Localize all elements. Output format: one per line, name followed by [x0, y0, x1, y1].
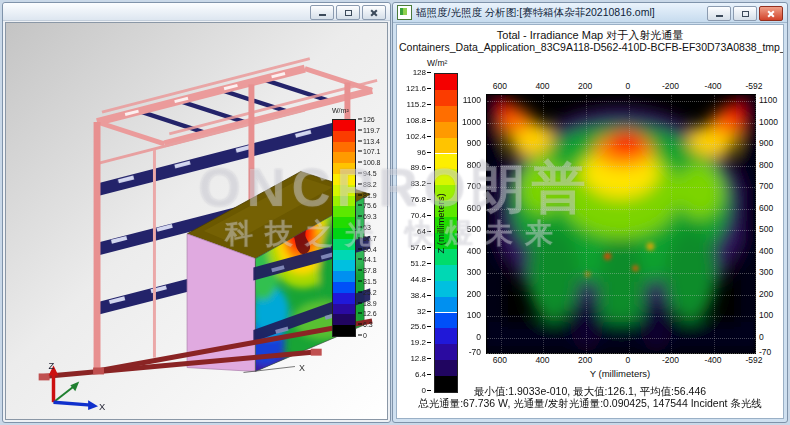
axis-tick-label: 200	[578, 82, 592, 91]
irradiance-map-window: 辐照度/光照度 分析图:[赛特箱体杂菲20210816.oml] Total -…	[392, 2, 788, 423]
colorbar-tick-label: 76.8	[399, 196, 431, 204]
x-axis-arrow	[88, 400, 98, 410]
colorbar-segment	[333, 314, 355, 325]
restore-icon	[742, 11, 749, 17]
colorbar-tick-label: 69.3	[358, 213, 377, 220]
axis-tick-label: 700	[467, 182, 481, 191]
irradiance-window-titlebar[interactable]: 辐照度/光照度 分析图:[赛特箱体杂菲20210816.oml]	[393, 3, 787, 23]
colorbar-segment	[333, 239, 355, 250]
z-axis-ticks-left: 110010009008007006005004003002001000-70	[453, 94, 483, 352]
axis-tick-label: 700	[759, 182, 773, 191]
colorbar-segment	[435, 74, 457, 90]
restore-button[interactable]	[733, 6, 757, 21]
colorbar-segment	[333, 196, 355, 207]
x-axis-ticks-bottom: 6004002000-200-400-592	[486, 356, 754, 366]
grid-line	[487, 353, 755, 354]
grid-line	[629, 95, 630, 353]
colorbar-tick-label: 19.2	[399, 339, 431, 347]
axis-tick-label: 400	[759, 247, 773, 256]
colorbar: 128121.6115.2108.8102.49689.683.276.870.…	[399, 73, 457, 391]
colorbar-tick-label: 64	[399, 228, 431, 236]
colorbar-segment	[333, 260, 355, 271]
axis-tick-label: 300	[759, 268, 773, 277]
axis-tick-label: 200	[467, 290, 481, 299]
axis-tick-label: 0	[625, 82, 630, 91]
colorbar-segment	[333, 206, 355, 217]
colorbar-tick-label: 18.9	[358, 299, 377, 306]
grid-line	[755, 95, 756, 353]
colorbar-tick-label: 6.4	[399, 371, 431, 379]
axis-tick-label: -400	[705, 82, 722, 91]
colorbar-tick-label: 83.2	[399, 180, 431, 188]
close-button[interactable]	[362, 5, 386, 20]
colorbar-tick-label: 119.7	[358, 126, 380, 133]
close-icon	[767, 10, 775, 18]
colorbar-segment	[333, 304, 355, 315]
close-button[interactable]	[759, 6, 783, 21]
left-colorbar-labels: 126119.7113.4107.1100.894.588.281.975.66…	[358, 119, 388, 335]
colorbar-tick-label: 128	[399, 69, 431, 77]
axis-tick-label: 100	[467, 311, 481, 320]
colorbar-tick-label: 57.6	[399, 244, 431, 252]
restore-icon	[345, 10, 352, 16]
axis-tick-label: -592	[745, 356, 762, 365]
z-axis-ticks-right: 110010009008007006005004003002001000-70	[757, 94, 784, 352]
colorbar-segment	[333, 142, 355, 153]
model-window-titlebar[interactable]	[3, 3, 390, 21]
axis-tick-label: 1000	[462, 117, 481, 126]
left-colorbar-unit: W/m²	[332, 107, 349, 114]
grid-line	[586, 95, 587, 353]
model-3d-viewport[interactable]: X Z X W/m² 126119.7113.4107.1100	[5, 22, 388, 420]
colorbar-segment	[333, 282, 355, 293]
minimize-button[interactable]	[707, 6, 731, 21]
left-colorbar: 126119.7113.4107.1100.894.588.281.975.66…	[332, 119, 388, 335]
minimize-icon	[716, 15, 723, 17]
triad-z-label: Z	[49, 360, 55, 371]
close-icon	[370, 9, 378, 17]
colorbar-segment	[333, 325, 355, 336]
irradiance-heatmap[interactable]	[486, 94, 756, 354]
axis-tick-label: 100	[759, 311, 773, 320]
axis-tick-label: 0	[759, 333, 764, 342]
colorbar-tick-label: 96	[399, 149, 431, 157]
colorbar-tick-label: 12.6	[358, 310, 377, 317]
restore-button[interactable]	[336, 5, 360, 20]
axis-tick-label: -592	[745, 82, 762, 91]
z-axis-title: Z (millimeters)	[433, 94, 447, 352]
minimize-button[interactable]	[310, 5, 334, 20]
axis-tick-label: 1000	[759, 117, 778, 126]
colorbar-tick-label: 75.6	[358, 202, 377, 209]
axis-tick-label: 500	[467, 225, 481, 234]
axis-tick-label: 500	[759, 225, 773, 234]
colorbar-tick-label: 70.4	[399, 212, 431, 220]
colorbar-segment	[333, 228, 355, 239]
irradiance-window-title: 辐照度/光照度 分析图:[赛特箱体杂菲20210816.oml]	[416, 6, 700, 20]
colorbar-segment	[333, 174, 355, 185]
colorbar-tick-label: 25.6	[399, 323, 431, 331]
colorbar-tick-label: 44.1	[358, 256, 377, 263]
colorbar-tick-label: 6.3	[358, 321, 373, 328]
colorbar-tick-label: 88.2	[358, 180, 377, 187]
colorbar-tick-label: 115.2	[399, 101, 431, 109]
y-axis-arrow	[70, 381, 79, 391]
axis-tick-label: 300	[467, 268, 481, 277]
colorbar-segment	[435, 360, 457, 376]
colorbar-tick-label: 113.4	[358, 137, 380, 144]
axis-tick-label: 200	[759, 290, 773, 299]
map-source-filename: Containers_Data_Application_83C9A118-D56…	[397, 41, 783, 53]
axis-tick-label: 0	[476, 333, 481, 342]
colorbar-tick-label: 56.7	[358, 234, 377, 241]
colorbar-labels: 128121.6115.2108.8102.49689.683.276.870.…	[399, 73, 431, 391]
axis-tick-label: 600	[467, 203, 481, 212]
colorbar-tick-label: 51.2	[399, 260, 431, 268]
axis-tick-label: 200	[578, 356, 592, 365]
axis-tick-label: 900	[467, 139, 481, 148]
axis-tick-label: 600	[493, 356, 507, 365]
axis-tick-label: 600	[493, 82, 507, 91]
axis-tick-label: 400	[535, 356, 549, 365]
axis-tick-label: 1100	[463, 96, 481, 105]
x-axis-ticks-top: 6004002000-200-400-592	[486, 82, 754, 92]
colorbar-tick-label: 121.6	[399, 85, 431, 93]
axis-tick-label: 400	[467, 247, 481, 256]
axis-tick-label: 1100	[759, 96, 777, 105]
